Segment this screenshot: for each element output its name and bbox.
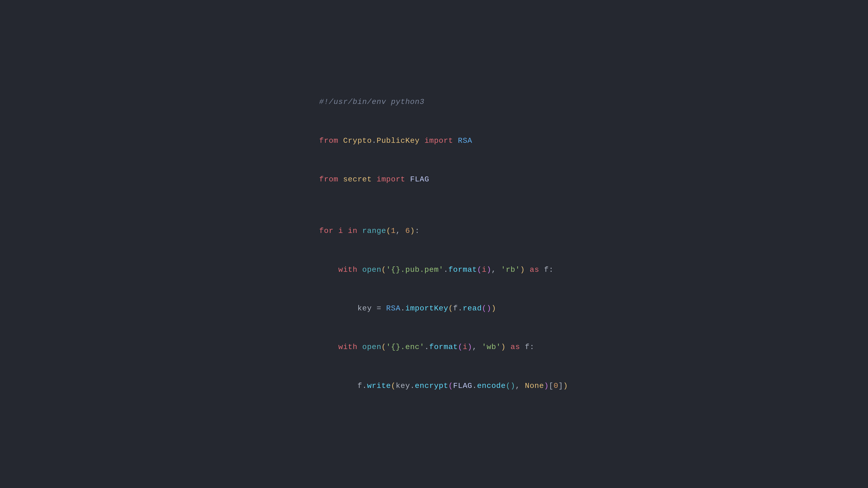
line-shebang: #!/usr/bin/env python3 (300, 83, 568, 121)
line-write: f.write(key.encrypt(FLAG.encode(), None)… (300, 367, 568, 405)
line-import2: from secret import FLAG (300, 160, 568, 199)
line-import1: from Crypto.PublicKey import RSA (300, 121, 568, 160)
line-with1: with open('{}.pub.pem'.format(i), 'rb') … (300, 251, 568, 289)
code-block: #!/usr/bin/env python3 from Crypto.Publi… (286, 74, 581, 414)
line-for: for i in range(1, 6): (300, 212, 568, 250)
line-with2: with open('{}.enc'.format(i), 'wb') as f… (300, 328, 568, 366)
blank-line-1 (300, 199, 568, 212)
line-key: key = RSA.importKey(f.read()) (300, 289, 568, 328)
